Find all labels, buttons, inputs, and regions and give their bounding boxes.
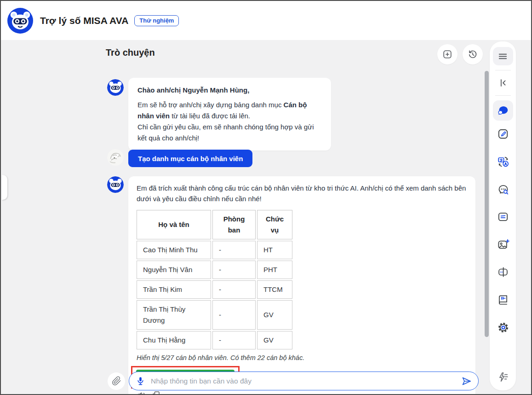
body-text: Em sẽ hỗ trợ anh/chị xây dựng bảng danh …	[137, 101, 284, 109]
menu-button[interactable]	[493, 47, 513, 65]
bot-avatar	[107, 176, 124, 193]
bot-message-bubble: Em đã trích xuất thành công cấu trúc cán…	[128, 176, 475, 395]
beta-badge: Thử nghiệm	[134, 15, 179, 26]
settings-gear-icon	[497, 321, 509, 334]
cell-department: -	[212, 261, 256, 279]
sidebar-divider	[495, 95, 511, 96]
column-header-department: Phòng ban	[212, 210, 256, 239]
message-input[interactable]	[150, 377, 461, 386]
sidebar-item-summary[interactable]	[497, 211, 509, 223]
quick-actions-icon	[497, 371, 509, 383]
scrollbar-thumb[interactable]	[485, 71, 489, 337]
cell-name: Cao Thị Minh Thu	[137, 241, 211, 259]
collapse-sidebar-button[interactable]	[495, 75, 511, 91]
dictionary-icon	[497, 294, 509, 306]
cell-department: -	[212, 300, 256, 330]
cell-name: Trần Thị Kim	[137, 280, 211, 299]
collapse-left-icon	[498, 78, 508, 88]
user-message-row: Tạo danh mục cán bộ nhân viên	[107, 149, 252, 167]
sidebar-divider	[495, 70, 511, 70]
attach-button[interactable]	[108, 372, 125, 390]
cell-position: PHT	[257, 261, 292, 279]
intro-text: Em đã trích xuất thành công cấu trúc cán…	[137, 183, 466, 204]
compose-icon	[497, 128, 509, 140]
new-chat-button[interactable]	[437, 44, 458, 64]
split-view-icon	[497, 266, 509, 278]
sidebar-item-image-add[interactable]	[497, 238, 509, 250]
column-header-name: Họ và tên	[137, 210, 211, 239]
cell-name: Nguyễn Thị Vân	[137, 261, 211, 279]
bot-message-row: Chào anh/chị Nguyễn Mạnh Hùng, Em sẽ hỗ …	[107, 79, 331, 151]
table-row: Trần Thị Kim - TTCM	[137, 280, 292, 299]
left-panel-handle[interactable]	[2, 175, 7, 200]
cell-department: -	[212, 241, 256, 259]
app-window: Trợ lý số MISA AVA Thử nghiệm Trò chuyện	[0, 0, 532, 395]
misa-ava-logo	[7, 8, 33, 34]
column-header-position: Chức vụ	[257, 210, 292, 239]
table-row: Chu Thị Hằng - GV	[137, 331, 292, 349]
cell-name: Chu Thị Hằng	[137, 331, 211, 349]
sidebar-item-settings[interactable]	[497, 321, 509, 333]
cell-position: HT	[257, 241, 292, 259]
table-header-row: Họ và tên Phòng ban Chức vụ	[137, 210, 292, 239]
send-icon[interactable]	[461, 376, 472, 387]
history-button[interactable]	[463, 44, 483, 64]
table-row: Nguyễn Thị Vân - PHT	[137, 261, 292, 279]
quick-actions-button[interactable]	[497, 371, 509, 383]
paperclip-icon	[112, 376, 121, 386]
menu-icon	[498, 51, 508, 62]
cell-position: GV	[257, 331, 292, 349]
cell-position: GV	[257, 300, 292, 330]
cell-position: TTCM	[257, 280, 292, 299]
cell-department: -	[212, 331, 256, 349]
bot-message-row: Em đã trích xuất thành công cấu trúc cán…	[107, 176, 475, 395]
copy-icon[interactable]	[151, 390, 161, 395]
new-chat-icon	[442, 49, 452, 59]
page-title: Trò chuyện	[106, 47, 155, 58]
translate-icon	[497, 156, 509, 168]
sidebar-item-chat[interactable]	[493, 100, 513, 121]
sidebar-item-compose[interactable]	[497, 128, 509, 140]
history-icon	[468, 49, 478, 59]
microphone-icon[interactable]	[136, 376, 145, 386]
summary-icon	[497, 211, 509, 223]
composer-bar	[108, 372, 479, 390]
read-aloud-icon[interactable]	[137, 390, 146, 395]
right-sidebar	[490, 41, 516, 390]
sidebar-item-translate[interactable]	[497, 156, 509, 168]
cell-name: Trần Thị Thùy Dương	[137, 300, 211, 330]
chat-search-icon	[497, 183, 509, 196]
message-body: Em sẽ hỗ trợ anh/chị xây dựng bảng danh …	[137, 99, 322, 144]
app-header: Trợ lý số MISA AVA Thử nghiệm	[1, 1, 531, 40]
user-avatar	[107, 149, 124, 166]
greeting-text: Chào anh/chị Nguyễn Mạnh Hùng,	[137, 85, 322, 96]
quick-action-button[interactable]: Tạo danh mục cán bộ nhân viên	[128, 150, 252, 167]
chat-icon	[497, 105, 509, 117]
body-text: Chỉ cần gửi yêu cầu, em sẽ nhanh chóng t…	[137, 123, 314, 142]
message-input-container	[129, 372, 479, 390]
bot-avatar	[107, 79, 124, 96]
body-text: từ tài liệu đã được tải lên.	[170, 112, 250, 120]
table-row: Trần Thị Thùy Dương - GV	[137, 300, 292, 330]
sidebar-item-chat-search[interactable]	[497, 183, 509, 195]
sidebar-item-dictionary[interactable]	[497, 294, 509, 306]
bot-message-bubble: Chào anh/chị Nguyễn Mạnh Hùng, Em sẽ hỗ …	[128, 78, 331, 151]
sidebar-item-split-view[interactable]	[497, 266, 509, 278]
image-add-icon	[497, 238, 509, 251]
table-footnote: Hiển thị 5/27 cán bộ nhân viên. Có thêm …	[137, 353, 466, 362]
message-actions	[137, 390, 466, 395]
cell-department: -	[212, 280, 256, 299]
app-title: Trợ lý số MISA AVA	[40, 15, 128, 26]
staff-table: Họ và tên Phòng ban Chức vụ Cao Thị Minh…	[135, 209, 294, 351]
table-row: Cao Thị Minh Thu - HT	[137, 241, 292, 259]
